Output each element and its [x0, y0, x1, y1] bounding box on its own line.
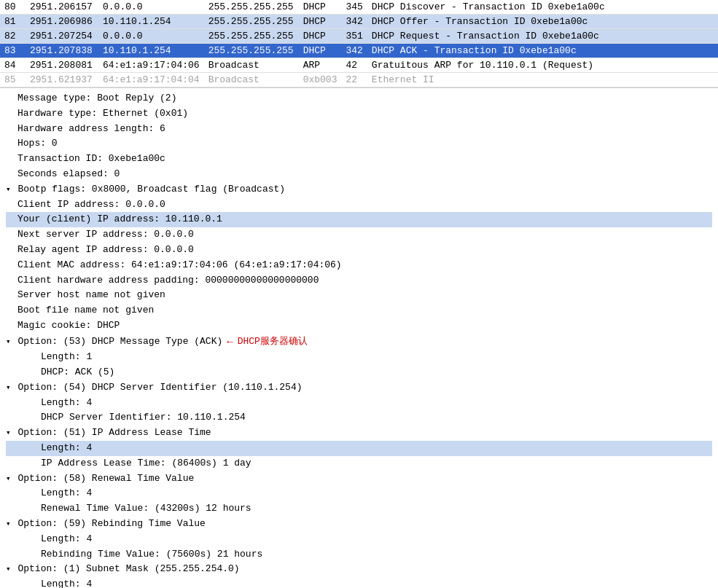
detail-line: DHCP Server Identifier: 10.110.1.254 [6, 410, 712, 426]
packet-info: DHCP Discover - Transaction ID 0xebe1a00… [367, 0, 718, 15]
packet-proto: ARP [299, 58, 342, 73]
detail-line: Length: 4 [6, 532, 712, 547]
table-row[interactable]: 85 2951.621937 64:e1:a9:17:04:04 Broadca… [0, 73, 718, 87]
detail-line: Length: 4 [6, 396, 712, 411]
packet-no: 81 [0, 15, 26, 29]
packet-no: 80 [0, 0, 26, 15]
packet-proto: DHCP [299, 44, 342, 58]
packet-src: 64:e1:a9:17:04:06 [98, 58, 204, 73]
annotation-text: DHCP服务器确认 [238, 334, 308, 350]
detail-line: DHCP: ACK (5) [6, 365, 712, 380]
detail-line[interactable]: ▾ Option: (1) Subnet Mask (255.255.254.0… [6, 562, 712, 577]
packet-info: Ethernet II [367, 73, 718, 87]
detail-line: Your (client) IP address: 10.110.0.1 [6, 212, 712, 227]
packet-info: DHCP Request - Transaction ID 0xebe1a00c [367, 29, 718, 44]
packet-len: 345 [341, 0, 367, 15]
packet-src: 0.0.0.0 [98, 0, 204, 15]
detail-line[interactable]: ▾ Option: (58) Renewal Time Value [6, 471, 712, 487]
packet-len: 342 [341, 15, 367, 29]
detail-line: Hops: 0 [6, 136, 712, 152]
packet-proto: DHCP [299, 15, 342, 29]
expand-arrow[interactable]: ▾ [6, 383, 11, 392]
packet-time: 2951.207838 [26, 44, 98, 58]
packet-src: 0.0.0.0 [98, 29, 204, 44]
detail-line: Server host name not given [6, 288, 712, 303]
packet-time: 2951.621937 [26, 73, 98, 87]
expand-arrow[interactable]: ▾ [6, 337, 11, 346]
packet-time: 2951.208081 [26, 58, 98, 73]
expand-arrow[interactable]: ▾ [6, 520, 11, 528]
packet-src: 64:e1:a9:17:04:04 [98, 73, 204, 87]
detail-line: Rebinding Time Value: (75600s) 21 hours [6, 547, 712, 562]
packet-src: 10.110.1.254 [98, 15, 204, 29]
detail-line: Length: 4 [6, 486, 712, 501]
detail-panel: Message type: Boot Reply (2)Hardware typ… [0, 87, 718, 588]
detail-line[interactable]: ▾ Option: (53) DHCP Message Type (ACK)←D… [6, 334, 712, 350]
table-row[interactable]: 82 2951.207254 0.0.0.0 255.255.255.255 D… [0, 29, 718, 44]
packet-dst: Broadcast [204, 58, 299, 73]
annotation-arrow: ← [227, 334, 233, 350]
detail-line[interactable]: ▾ Bootp flags: 0x8000, Broadcast flag (B… [6, 182, 712, 197]
packet-no: 83 [0, 44, 26, 58]
packet-src: 10.110.1.254 [98, 44, 204, 58]
detail-line: Client IP address: 0.0.0.0 [6, 197, 712, 213]
detail-line: Client MAC address: 64:e1:a9:17:04:06 (6… [6, 258, 712, 273]
packet-len: 351 [341, 29, 367, 44]
table-row[interactable]: 80 2951.206157 0.0.0.0 255.255.255.255 D… [0, 0, 718, 15]
table-row[interactable]: 81 2951.206986 10.110.1.254 255.255.255.… [0, 15, 718, 29]
packet-dst: 255.255.255.255 [204, 15, 299, 29]
detail-line: Length: 1 [6, 350, 712, 365]
detail-line: IP Address Lease Time: (86400s) 1 day [6, 456, 712, 471]
expand-arrow[interactable]: ▾ [6, 565, 11, 573]
packet-time: 2951.206157 [26, 0, 98, 15]
detail-line: Relay agent IP address: 0.0.0.0 [6, 243, 712, 258]
detail-line: Client hardware address padding: 0000000… [6, 273, 712, 289]
packet-table: 80 2951.206157 0.0.0.0 255.255.255.255 D… [0, 0, 718, 87]
packet-info: DHCP Offer - Transaction ID 0xebe1a00c [367, 15, 718, 29]
detail-line[interactable]: ▾ Option: (59) Rebinding Time Value [6, 517, 712, 532]
packet-time: 2951.207254 [26, 29, 98, 44]
packet-len: 22 [341, 73, 367, 87]
detail-line: Length: 4 [6, 441, 712, 456]
detail-line: Seconds elapsed: 0 [6, 167, 712, 182]
packet-info: Gratuitous ARP for 10.110.0.1 (Request) [367, 58, 718, 73]
detail-line: Hardware address length: 6 [6, 122, 712, 137]
packet-no: 85 [0, 73, 26, 87]
detail-line: Renewal Time Value: (43200s) 12 hours [6, 501, 712, 517]
packet-no: 84 [0, 58, 26, 73]
detail-line: Boot file name not given [6, 303, 712, 318]
packet-time: 2951.206986 [26, 15, 98, 29]
detail-line[interactable]: ▾ Option: (51) IP Address Lease Time [6, 426, 712, 441]
detail-line: Magic cookie: DHCP [6, 318, 712, 334]
expand-arrow[interactable]: ▾ [6, 474, 11, 483]
packet-dst: 255.255.255.255 [204, 29, 299, 44]
packet-proto: DHCP [299, 29, 342, 44]
detail-line: Next server IP address: 0.0.0.0 [6, 227, 712, 243]
detail-line: Hardware type: Ethernet (0x01) [6, 106, 712, 122]
packet-no: 82 [0, 29, 26, 44]
table-row[interactable]: 83 2951.207838 10.110.1.254 255.255.255.… [0, 44, 718, 58]
packet-proto: DHCP [299, 0, 342, 15]
detail-line: Transaction ID: 0xebe1a00c [6, 152, 712, 167]
packet-dst: 255.255.255.255 [204, 0, 299, 15]
detail-line: Message type: Boot Reply (2) [6, 91, 712, 106]
packet-len: 342 [341, 44, 367, 58]
packet-info: DHCP ACK - Transaction ID 0xebe1a00c [367, 44, 718, 58]
expand-arrow[interactable]: ▾ [6, 428, 11, 437]
expand-arrow[interactable]: ▾ [6, 185, 11, 194]
packet-dst: 255.255.255.255 [204, 44, 299, 58]
packet-proto: 0xb003 [299, 73, 342, 87]
packet-len: 42 [341, 58, 367, 73]
detail-line: Length: 4 [6, 577, 712, 588]
detail-line[interactable]: ▾ Option: (54) DHCP Server Identifier (1… [6, 380, 712, 396]
packet-dst: Broadcast [204, 73, 299, 87]
table-row[interactable]: 84 2951.208081 64:e1:a9:17:04:06 Broadca… [0, 58, 718, 73]
